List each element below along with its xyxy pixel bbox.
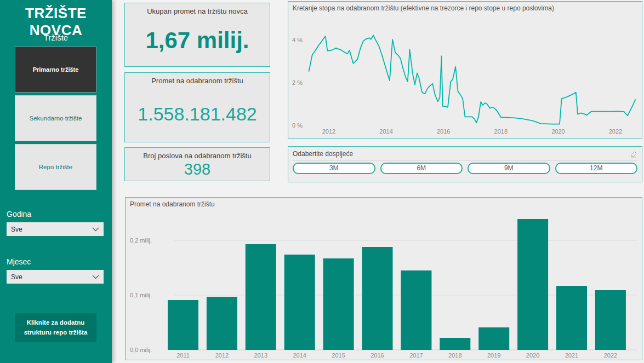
bar-2016[interactable] <box>362 247 393 350</box>
line-y-tick: 0 % <box>292 122 303 129</box>
kpi-card-broj-poslova: Broj poslova na odabranom tržištu 398 <box>124 147 270 181</box>
line-x-tick: 2022 <box>609 128 622 135</box>
eraser-icon[interactable] <box>630 150 637 158</box>
bar-2011[interactable] <box>168 300 198 350</box>
bar-x-tick: 2020 <box>526 352 539 359</box>
bar-x-tick: 2013 <box>254 352 267 359</box>
rates-line-chart: 0 %2 %4 %201220142016201820202022 <box>288 2 642 138</box>
turnover-bar-chart-panel: Promet na odabranom tržištu 0,0 milij.0,… <box>125 197 642 360</box>
market-section-label: Tržište <box>0 33 112 42</box>
bar-2021[interactable] <box>556 286 587 350</box>
bar-2022[interactable] <box>595 290 626 350</box>
market-button-label: Primarno tržište <box>33 66 79 73</box>
kpi-card-promet-odabrano: Promet na odabranom tržištu 1.558.181.48… <box>124 72 270 142</box>
market-button-sekundarno[interactable]: Sekundarno tržište <box>15 95 96 141</box>
bar-2018[interactable] <box>440 338 470 350</box>
slicer-option-12m[interactable]: 12M <box>555 163 638 174</box>
bar-2015[interactable] <box>323 258 354 350</box>
slicer-title: Odabertite dospijeće <box>293 150 630 158</box>
line-x-tick: 2014 <box>379 128 392 135</box>
godina-filter-label: Godina <box>7 210 31 218</box>
line-y-tick: 4 % <box>292 37 303 43</box>
bar-x-tick: 2019 <box>487 352 500 359</box>
dashboard: TRŽIŠTE NOVCA Tržište Primarno tržište S… <box>0 0 644 363</box>
godina-dropdown[interactable]: Sve <box>7 222 104 236</box>
market-button-repo[interactable]: Repo tržište <box>15 144 96 190</box>
line-x-tick: 2012 <box>322 128 335 135</box>
line-x-tick: 2016 <box>437 128 450 135</box>
chevron-down-icon <box>92 227 99 232</box>
turnover-bar-chart: 0,0 milij.0,1 milij.0,2 milij.2011201220… <box>126 198 642 360</box>
line-x-tick: 2020 <box>551 128 565 135</box>
rates-line-chart-panel: Kretanje stopa na odabranom tržištu (efe… <box>288 1 642 139</box>
slicer-option-6m[interactable]: 6M <box>380 163 463 174</box>
bar-2017[interactable] <box>401 270 431 350</box>
kpi-value: 1.558.181.482 <box>125 103 270 125</box>
bar-2014[interactable] <box>284 255 315 350</box>
bar-x-tick: 2014 <box>293 352 306 359</box>
sidebar: TRŽIŠTE NOVCA Tržište Primarno tržište S… <box>0 0 112 363</box>
mjesec-dropdown[interactable]: Sve <box>7 270 104 284</box>
line-y-tick: 2 % <box>292 79 303 86</box>
kpi-title: Broj poslova na odabranom tržištu <box>125 148 270 160</box>
bar-y-tick: 0,1 milij. <box>130 292 152 298</box>
kpi-title: Ukupan promet na tržištu novca <box>125 3 270 15</box>
kpi-title: Promet na odabranom tržištu <box>125 73 270 85</box>
bar-x-tick: 2021 <box>565 352 578 359</box>
bar-x-tick: 2018 <box>448 352 461 359</box>
bar-2012[interactable] <box>207 297 237 350</box>
rates-line-series <box>309 35 635 124</box>
bar-y-tick: 0,0 milij. <box>130 347 152 353</box>
market-button-label: Repo tržište <box>39 164 72 170</box>
bar-2020[interactable] <box>517 219 548 350</box>
kpi-value: 1,67 milij. <box>125 27 270 54</box>
chevron-down-icon <box>92 275 99 279</box>
bar-2013[interactable] <box>246 244 276 350</box>
market-button-label: Sekundarno tržište <box>30 115 82 122</box>
mjesec-dropdown-value: Sve <box>11 273 92 281</box>
godina-dropdown-value: Sve <box>11 226 92 233</box>
kpi-value: 398 <box>125 160 270 178</box>
bar-x-tick: 2011 <box>176 352 190 359</box>
slicer-option-9m[interactable]: 9M <box>468 163 550 174</box>
slicer-header: Odabertite dospijeće <box>293 148 637 160</box>
repo-structure-button[interactable]: Kliknite za dodatnu strukturu repo tržiš… <box>15 313 96 342</box>
slicer-options: 3M 6M 9M 12M <box>293 163 637 174</box>
maturity-slicer-panel: Odabertite dospijeće 3M 6M 9M 12M <box>288 146 642 182</box>
market-button-primarno[interactable]: Primarno tržište <box>15 47 96 93</box>
bar-x-tick: 2016 <box>371 352 384 359</box>
bar-x-tick: 2017 <box>409 352 423 359</box>
bar-y-tick: 0,2 milij. <box>130 237 152 244</box>
bar-x-tick: 2015 <box>332 352 345 359</box>
bar-2019[interactable] <box>478 327 509 350</box>
kpi-card-ukupan-promet: Ukupan promet na tržištu novca 1,67 mili… <box>124 3 270 67</box>
bar-x-tick: 2022 <box>604 352 617 359</box>
bar-x-tick: 2012 <box>215 352 229 359</box>
slicer-option-3m[interactable]: 3M <box>293 163 375 174</box>
line-x-tick: 2018 <box>494 128 508 135</box>
mjesec-filter-label: Mjesec <box>7 257 31 266</box>
